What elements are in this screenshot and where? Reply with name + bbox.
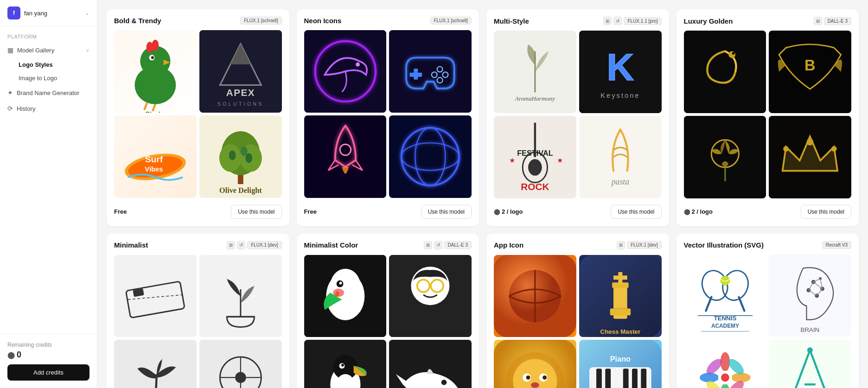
sidebar-sub-menu: Logo Styles Image to Logo xyxy=(0,58,97,85)
svg-point-25 xyxy=(229,151,236,160)
use-model-button[interactable]: Use this model xyxy=(231,205,281,219)
svg-rect-112 xyxy=(610,308,630,315)
price-label: ⬤ 2 / logo xyxy=(684,208,713,215)
gallery-icon: ▦ xyxy=(7,46,13,54)
rotate-icon: ↺ xyxy=(237,241,245,249)
model-card-vector-svg: Vector Illustration (SVG) Recraft V3 xyxy=(677,234,859,388)
model-badge: FLUX.1 [schnell] xyxy=(240,17,281,25)
sidebar-item-logo-styles[interactable]: Logo Styles xyxy=(19,58,97,71)
logo-image-neon-ctrl xyxy=(389,30,472,113)
logo-image-lux4 xyxy=(769,116,851,198)
svg-point-123 xyxy=(542,375,547,380)
svg-text:AromaHarmony: AromaHarmony xyxy=(515,95,555,102)
svg-text:Clucky: Clucky xyxy=(145,110,166,113)
logo-image-tennis: TENNIS ACADEMY xyxy=(684,254,766,337)
svg-text:Keystone: Keystone xyxy=(600,92,640,99)
svg-point-124 xyxy=(531,382,539,388)
logo-image-flower xyxy=(684,340,766,388)
user-info[interactable]: f fan yang xyxy=(7,6,47,19)
sidebar-header: f fan yang ⌄ xyxy=(0,0,97,26)
logo-image-min4 xyxy=(199,340,282,388)
use-model-button[interactable]: Use this model xyxy=(611,205,661,219)
svg-rect-39 xyxy=(304,115,387,198)
svg-rect-134 xyxy=(596,369,602,388)
card-header: Luxury Golden ⊞ DALL-E 3 xyxy=(684,17,852,25)
svg-point-106 xyxy=(441,380,447,385)
logo-image-min3 xyxy=(114,340,197,388)
chevron-right-icon: ∨ xyxy=(86,47,89,53)
model-badge: DALL-E 3 xyxy=(444,241,472,249)
svg-text:Piano: Piano xyxy=(610,355,630,363)
logo-image-pasta: pasta xyxy=(579,116,662,198)
model-badge: FLUX.1 [dev] xyxy=(627,241,661,249)
svg-point-4 xyxy=(151,56,154,59)
card-footer: Free Use this model xyxy=(304,205,472,219)
card-title: Minimalist xyxy=(114,241,148,249)
sidebar-item-image-to-logo[interactable]: Image to Logo xyxy=(19,71,97,85)
coin-icon: ⬤ xyxy=(684,209,690,215)
svg-rect-34 xyxy=(410,73,422,77)
logo-image-lux3 xyxy=(684,116,766,198)
model-badge: DALL-E 3 xyxy=(824,17,851,25)
card-header: Minimalist Color ⊞ ↺ DALL-E 3 xyxy=(304,241,472,249)
platform-label: Platform xyxy=(0,26,97,42)
svg-point-65 xyxy=(732,52,734,55)
sidebar-item-label: Model Gallery xyxy=(17,47,54,54)
card-images xyxy=(304,30,472,198)
sidebar-item-brand-name-generator[interactable]: ✦ Brand Name Generator xyxy=(0,85,97,101)
svg-point-27 xyxy=(245,153,252,163)
card-images: Clucky Co. APEX SOLUTIONS xyxy=(114,30,282,198)
card-title: Neon Icons xyxy=(304,17,342,25)
logo-image-basketball xyxy=(494,255,576,337)
card-title: Luxury Golden xyxy=(684,17,733,25)
logo-image-keystone: K K Keystone xyxy=(579,31,662,113)
svg-text:ROCK: ROCK xyxy=(521,181,549,192)
model-card-luxury-golden: Luxury Golden ⊞ DALL-E 3 xyxy=(677,9,859,226)
use-model-button[interactable]: Use this model xyxy=(421,205,472,219)
svg-rect-138 xyxy=(641,369,646,388)
card-images: Chess Master xyxy=(494,255,662,388)
sidebar-item-history[interactable]: ⟳ History xyxy=(0,101,97,116)
svg-rect-81 xyxy=(114,340,197,388)
logo-image-chess: Chess Master xyxy=(579,255,662,337)
svg-rect-68 xyxy=(684,116,766,198)
svg-rect-63 xyxy=(684,31,766,113)
card-images xyxy=(304,255,472,388)
svg-point-145 xyxy=(720,275,730,285)
model-card-minimalist-color: Minimalist Color ⊞ ↺ DALL-E 3 xyxy=(297,234,479,388)
avatar: f xyxy=(7,6,20,19)
add-credits-button[interactable]: Add credits xyxy=(7,364,89,381)
rotate-icon: ↺ xyxy=(613,17,622,25)
card-images: TENNIS ACADEMY xyxy=(684,254,852,388)
svg-point-122 xyxy=(526,375,530,380)
card-header: Bold & Trendy FLUX.1 [schnell] xyxy=(114,17,282,25)
card-title: App Icon xyxy=(494,241,523,249)
logo-image-person xyxy=(389,255,472,337)
logo-image-surf: Surf Vibes xyxy=(114,115,197,198)
history-icon: ⟳ xyxy=(7,105,13,112)
price-label: ⬤ 2 / logo xyxy=(494,208,523,215)
svg-text:B: B xyxy=(804,57,816,74)
use-model-button[interactable]: Use this model xyxy=(801,205,851,219)
svg-point-154 xyxy=(807,288,811,292)
coin-icon: ⬤ xyxy=(494,209,500,215)
svg-point-174 xyxy=(721,373,729,382)
sidebar-footer: Remaining credits ⬤ 0 Add credits xyxy=(0,334,97,388)
svg-point-64 xyxy=(728,51,735,58)
model-badge: FLUX.1 [dev] xyxy=(247,241,281,249)
svg-text:SOLUTIONS: SOLUTIONS xyxy=(217,102,264,107)
card-badges: ⊞ FLUX.1 [dev] xyxy=(617,241,661,249)
card-images: B xyxy=(684,31,852,198)
logo-image-lux2: B xyxy=(769,31,851,113)
logo-image-min1 xyxy=(114,255,197,337)
svg-point-31 xyxy=(356,63,360,67)
sidebar-item-model-gallery[interactable]: ▦ Model Gallery ∨ xyxy=(0,42,97,58)
user-name: fan yang xyxy=(24,10,47,17)
model-card-minimalist: Minimalist ⊞ ↺ FLUX.1 [dev] xyxy=(107,234,289,388)
card-header: Multi-Style ⊞ ↺ FLUX.1.1 [pro] xyxy=(494,17,662,25)
svg-text:Vibes: Vibes xyxy=(145,166,163,173)
credits-icon: ⬤ xyxy=(7,351,15,359)
card-header: Vector Illustration (SVG) Recraft V3 xyxy=(684,241,852,249)
logo-image-neon-bird xyxy=(304,30,387,113)
credits-value: ⬤ 0 xyxy=(7,350,89,360)
